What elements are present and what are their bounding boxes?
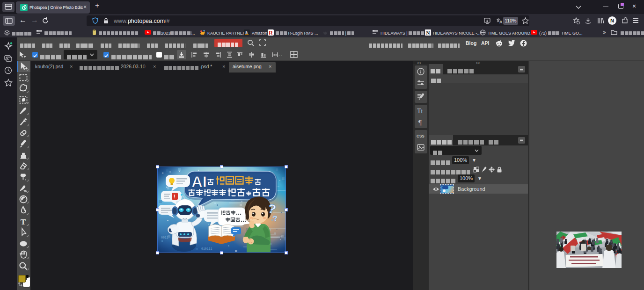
svg-text:a: a — [245, 30, 248, 35]
svg-text:N: N — [426, 30, 430, 36]
svg-text:A: A — [499, 20, 503, 24]
svg-text:CSS: CSS — [417, 134, 424, 138]
svg-text:!: ! — [174, 194, 176, 199]
svg-text:R: R — [269, 30, 273, 36]
svg-text:Tt: Tt — [417, 108, 423, 115]
svg-text:T: T — [21, 218, 26, 226]
svg-text:AI: AI — [191, 173, 207, 190]
svg-text:¶: ¶ — [418, 119, 422, 126]
